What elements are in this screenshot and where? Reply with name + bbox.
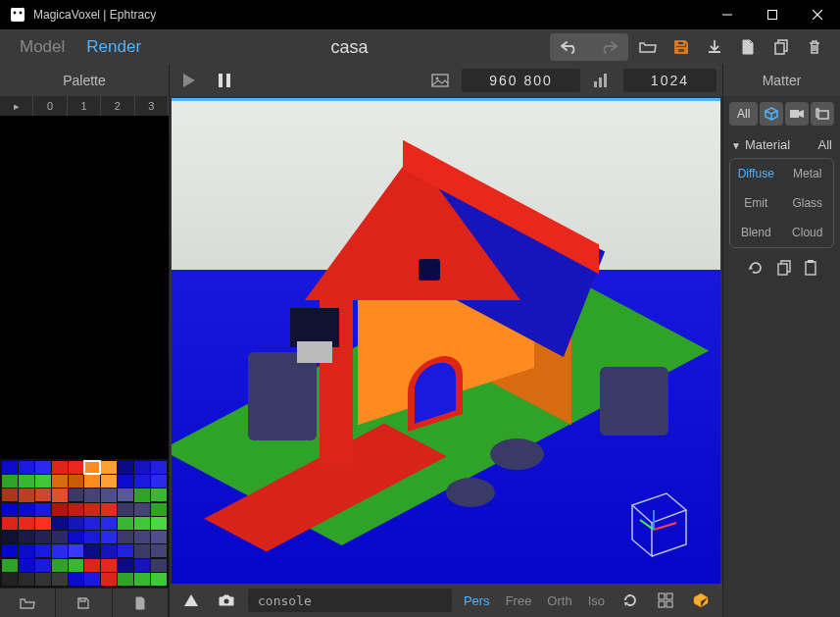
filter-camera-button[interactable] — [785, 102, 809, 126]
palette-swatch[interactable] — [19, 475, 34, 488]
palette-swatch[interactable] — [101, 475, 117, 488]
open-button[interactable] — [634, 33, 662, 61]
palette-swatch[interactable] — [118, 517, 133, 530]
palette-swatch[interactable] — [84, 531, 100, 543]
palette-swatch[interactable] — [101, 503, 117, 516]
palette-swatch[interactable] — [69, 559, 84, 572]
palette-tab-0[interactable]: 0 — [33, 96, 67, 116]
palette-swatch[interactable] — [2, 461, 18, 474]
render-samples[interactable]: 1024 — [623, 69, 716, 92]
material-emit[interactable]: Emit — [730, 188, 782, 218]
grid-button[interactable] — [652, 587, 679, 614]
material-reset-button[interactable] — [748, 260, 764, 276]
duplicate-button[interactable] — [767, 33, 795, 61]
project-name[interactable]: casa — [155, 37, 544, 58]
palette-swatch[interactable] — [69, 503, 84, 516]
palette-swatch[interactable] — [19, 573, 34, 586]
palette-swatch[interactable] — [19, 531, 34, 543]
filter-cube-button[interactable] — [760, 102, 783, 126]
palette-swatch[interactable] — [134, 488, 150, 501]
palette-swatch[interactable] — [19, 544, 34, 557]
palette-swatch[interactable] — [2, 475, 18, 488]
palette-swatch[interactable] — [118, 573, 133, 586]
palette-swatch[interactable] — [52, 475, 68, 488]
palette-swatch[interactable] — [52, 503, 68, 516]
palette-swatch[interactable] — [134, 559, 150, 572]
palette-swatch[interactable] — [84, 544, 100, 557]
palette-swatch[interactable] — [118, 475, 133, 488]
palette-swatch[interactable] — [2, 503, 18, 516]
render-play-button[interactable] — [175, 67, 203, 94]
palette-open-button[interactable] — [0, 589, 56, 617]
palette-swatch[interactable] — [69, 488, 84, 501]
save-button[interactable] — [667, 33, 695, 61]
palette-swatch[interactable] — [52, 559, 68, 572]
palette-swatch[interactable] — [35, 573, 51, 586]
palette-swatch[interactable] — [101, 544, 117, 557]
palette-swatch[interactable] — [84, 573, 100, 586]
palette-swatch[interactable] — [52, 573, 68, 586]
palette-swatch[interactable] — [2, 517, 18, 530]
material-copy-button[interactable] — [777, 260, 791, 276]
palette-swatch[interactable] — [35, 503, 51, 516]
palette-swatch[interactable] — [151, 544, 167, 557]
screenshot-button[interactable] — [213, 587, 240, 614]
material-section-header[interactable]: ▼Material All — [723, 131, 840, 158]
palette-swatch[interactable] — [151, 559, 167, 572]
material-glass[interactable]: Glass — [782, 188, 834, 218]
palette-swatch[interactable] — [52, 517, 68, 530]
material-blend[interactable]: Blend — [730, 218, 782, 247]
palette-swatch[interactable] — [19, 559, 34, 572]
close-button[interactable] — [795, 0, 840, 29]
material-diffuse[interactable]: Diffuse — [730, 159, 782, 188]
palette-swatch[interactable] — [35, 544, 51, 557]
palette-swatch[interactable] — [2, 573, 18, 586]
download-button[interactable] — [701, 33, 728, 61]
palette-swatch[interactable] — [101, 531, 117, 543]
image-settings-button[interactable] — [426, 67, 454, 94]
palette-swatch[interactable] — [35, 475, 51, 488]
orientation-gizmo[interactable] — [613, 476, 701, 564]
palette-swatch[interactable] — [118, 488, 133, 501]
palette-swatch[interactable] — [134, 544, 150, 557]
render-pause-button[interactable] — [211, 67, 238, 94]
mode-render-button[interactable]: Render — [78, 33, 149, 61]
palette-swatch[interactable] — [35, 531, 51, 543]
palette-swatch[interactable] — [118, 531, 133, 543]
palette-swatch[interactable] — [101, 517, 117, 530]
palette-swatch[interactable] — [2, 544, 18, 557]
palette-swatch[interactable] — [101, 488, 117, 501]
palette-swatch[interactable] — [19, 517, 34, 530]
palette-swatch[interactable] — [52, 488, 68, 501]
palette-swatch[interactable] — [118, 461, 133, 474]
material-paste-button[interactable] — [805, 260, 816, 276]
undo-button[interactable] — [550, 33, 589, 61]
palette-swatch[interactable] — [69, 544, 84, 557]
console-toggle-button[interactable] — [177, 587, 205, 614]
palette-swatch[interactable] — [151, 461, 167, 474]
palette-swatch[interactable] — [134, 573, 150, 586]
palette-swatch[interactable] — [84, 559, 100, 572]
minimize-button[interactable] — [705, 0, 750, 29]
palette-swatch[interactable] — [69, 517, 84, 530]
palette-swatch[interactable] — [134, 531, 150, 543]
palette-swatch[interactable] — [19, 461, 34, 474]
render-viewport[interactable] — [172, 98, 720, 584]
palette-swatch[interactable] — [84, 475, 100, 488]
sample-settings-button[interactable] — [588, 67, 616, 94]
material-cloud[interactable]: Cloud — [782, 218, 834, 247]
palette-swatch[interactable] — [2, 488, 18, 501]
palette-swatch[interactable] — [118, 503, 133, 516]
palette-swatch[interactable] — [69, 475, 84, 488]
palette-swatch[interactable] — [134, 475, 150, 488]
palette-swatch[interactable] — [134, 461, 150, 474]
palette-tab-2[interactable]: 2 — [101, 96, 134, 116]
palette-swatch[interactable] — [134, 503, 150, 516]
palette-swatch[interactable] — [151, 503, 167, 516]
palette-swatch[interactable] — [84, 503, 100, 516]
view-mode-iso[interactable]: Iso — [584, 591, 609, 610]
palette-swatch[interactable] — [151, 475, 167, 488]
mode-model-button[interactable]: Model — [12, 33, 73, 61]
palette-swatch[interactable] — [69, 573, 84, 586]
palette-swatch[interactable] — [118, 559, 133, 572]
